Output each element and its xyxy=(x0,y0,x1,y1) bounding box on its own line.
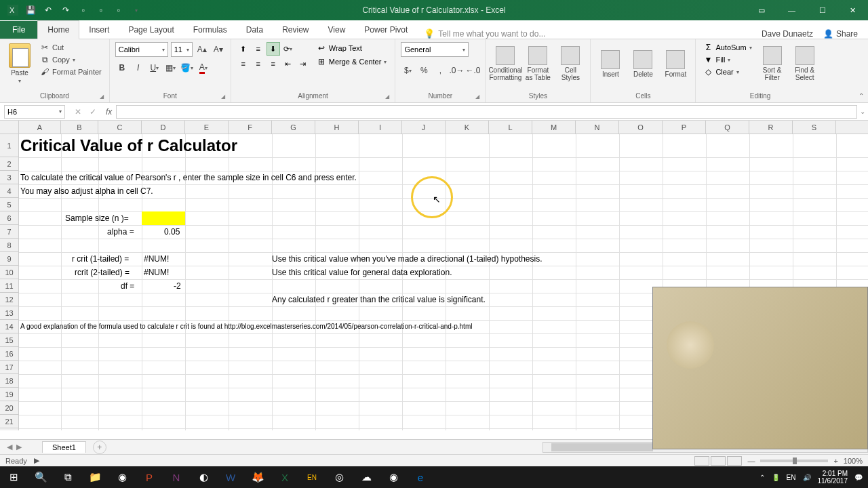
macro-icon[interactable]: ▶ xyxy=(34,456,39,465)
name-box[interactable]: H6▾ xyxy=(4,105,65,119)
bold-button[interactable]: B xyxy=(115,61,129,75)
tray-icon[interactable]: 🔊 xyxy=(803,474,811,481)
add-sheet-button[interactable]: + xyxy=(93,441,106,454)
chrome-icon[interactable]: ◉ xyxy=(108,466,136,488)
tab-review[interactable]: Review xyxy=(273,21,318,39)
redo-icon[interactable]: ↷ xyxy=(60,4,72,16)
column-header[interactable]: E xyxy=(185,121,229,134)
row-header[interactable]: 5 xyxy=(0,198,18,211)
tray-icon[interactable]: 🔋 xyxy=(772,474,780,481)
tab-power-pivot[interactable]: Power Pivot xyxy=(355,21,417,39)
conditional-formatting-button[interactable]: Conditional Formatting xyxy=(491,42,519,85)
cancel-formula-icon[interactable]: ✕ xyxy=(75,107,81,117)
wrap-text-button[interactable]: ↩Wrap Text xyxy=(314,42,390,54)
sample-size-cell[interactable] xyxy=(142,211,185,225)
font-color-button[interactable]: A▾ xyxy=(197,61,210,75)
sheet-nav-prev-icon[interactable]: ◀ xyxy=(7,443,12,451)
tab-formulas[interactable]: Formulas xyxy=(184,21,237,39)
tab-file[interactable]: File xyxy=(0,21,37,39)
row-header[interactable]: 10 xyxy=(0,266,18,279)
app-icon[interactable]: ◎ xyxy=(326,466,353,488)
font-size-select[interactable]: 11▾ xyxy=(171,42,193,57)
delete-cells-button[interactable]: Delete xyxy=(629,42,657,85)
tab-page-layout[interactable]: Page Layout xyxy=(119,21,183,39)
column-header[interactable]: J xyxy=(402,121,446,134)
word-icon[interactable]: W xyxy=(217,466,244,488)
expand-formula-icon[interactable]: ⌄ xyxy=(857,108,868,115)
align-top-button[interactable]: ⬆ xyxy=(237,42,250,56)
close-button[interactable]: ✕ xyxy=(837,0,868,20)
align-bottom-button[interactable]: ⬇ xyxy=(267,42,280,56)
task-view-icon[interactable]: ⧉ xyxy=(54,466,81,488)
align-middle-button[interactable]: ≡ xyxy=(252,42,265,56)
launcher-icon[interactable]: ◢ xyxy=(475,94,479,100)
autosum-button[interactable]: ΣAutoSum▾ xyxy=(701,42,753,53)
align-left-button[interactable]: ≡ xyxy=(237,57,250,70)
sheet-nav-next-icon[interactable]: ▶ xyxy=(16,443,22,451)
row-header[interactable]: 4 xyxy=(0,184,18,198)
zoom-in-button[interactable]: + xyxy=(833,457,837,465)
excel-icon[interactable]: X xyxy=(271,466,298,488)
insert-cells-button[interactable]: Insert xyxy=(596,42,625,85)
user-name[interactable]: Dave Dunaetz xyxy=(762,29,813,39)
row-header[interactable]: 18 xyxy=(0,374,18,388)
undo-icon[interactable]: ↶ xyxy=(42,4,54,16)
number-format-select[interactable]: General▾ xyxy=(401,42,469,57)
row-header[interactable]: 15 xyxy=(0,333,18,347)
column-header[interactable]: R xyxy=(749,121,793,134)
page-layout-view-button[interactable] xyxy=(711,456,726,466)
currency-button[interactable]: $▾ xyxy=(401,64,414,77)
enter-formula-icon[interactable]: ✓ xyxy=(90,107,96,117)
row-header[interactable]: 20 xyxy=(0,401,18,415)
normal-view-button[interactable] xyxy=(694,456,709,466)
row-header[interactable]: 8 xyxy=(0,239,18,252)
column-header[interactable]: A xyxy=(19,121,61,134)
qat-icon[interactable]: ▫ xyxy=(113,4,125,16)
decrease-font-icon[interactable]: A▾ xyxy=(212,43,225,56)
page-break-view-button[interactable] xyxy=(727,456,742,466)
search-icon[interactable]: 🔍 xyxy=(27,466,54,488)
column-header[interactable]: N xyxy=(576,121,619,134)
clear-button[interactable]: ◇Clear▾ xyxy=(701,66,753,77)
row-header[interactable]: 16 xyxy=(0,347,18,361)
notifications-icon[interactable]: 💬 xyxy=(854,474,863,481)
column-header[interactable]: M xyxy=(532,121,576,134)
launcher-icon[interactable]: ◢ xyxy=(100,94,104,100)
align-right-button[interactable]: ≡ xyxy=(267,57,280,70)
fill-color-button[interactable]: 🪣▾ xyxy=(180,61,194,75)
row-header[interactable]: 17 xyxy=(0,361,18,374)
decrease-decimal-button[interactable]: ←.0 xyxy=(466,64,479,77)
app-icon[interactable]: ◐ xyxy=(190,466,217,488)
sort-filter-button[interactable]: Sort & Filter xyxy=(758,42,787,85)
border-button[interactable]: ▦▾ xyxy=(164,61,178,75)
row-header[interactable]: 11 xyxy=(0,279,18,293)
save-icon[interactable]: 💾 xyxy=(24,4,37,16)
row-header[interactable]: 7 xyxy=(0,225,18,239)
ribbon-options-icon[interactable]: ▭ xyxy=(746,0,776,20)
maximize-button[interactable]: ☐ xyxy=(807,0,837,20)
launcher-icon[interactable]: ◢ xyxy=(385,94,389,100)
column-header[interactable]: C xyxy=(98,121,142,134)
minimize-button[interactable]: — xyxy=(776,0,807,20)
tab-home[interactable]: Home xyxy=(37,20,79,39)
formula-input[interactable] xyxy=(116,105,857,119)
file-explorer-icon[interactable]: 📁 xyxy=(81,466,108,488)
row-header[interactable]: 14 xyxy=(0,320,18,333)
fx-icon[interactable]: fx xyxy=(106,107,112,117)
onenote-icon[interactable]: N xyxy=(163,466,190,488)
select-all-corner[interactable] xyxy=(0,121,19,134)
tray-clock[interactable]: 2:01 PM 11/6/2017 xyxy=(818,470,848,485)
row-header[interactable]: 21 xyxy=(0,415,18,428)
find-select-button[interactable]: Find & Select xyxy=(791,42,819,85)
row-header[interactable]: 2 xyxy=(0,157,18,171)
underline-button[interactable]: U▾ xyxy=(148,61,161,75)
format-cells-button[interactable]: Format xyxy=(661,42,690,85)
column-header[interactable]: S xyxy=(793,121,836,134)
zoom-slider[interactable] xyxy=(760,460,828,462)
column-header[interactable]: H xyxy=(315,121,359,134)
column-header[interactable]: K xyxy=(446,121,489,134)
app-icon[interactable]: EN xyxy=(298,466,326,488)
font-name-select[interactable]: Calibri▾ xyxy=(115,42,168,57)
column-header[interactable]: P xyxy=(663,121,706,134)
qat-icon[interactable]: ▫ xyxy=(95,4,107,16)
